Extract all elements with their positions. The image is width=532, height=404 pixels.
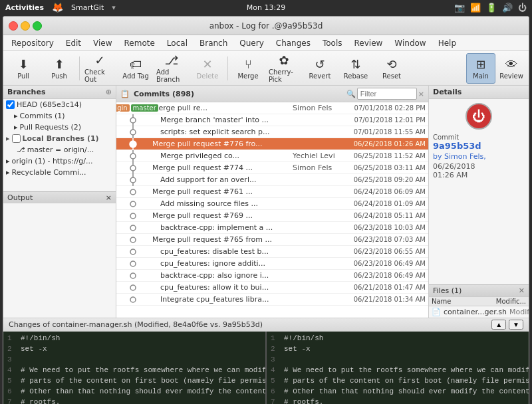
sidebar-recyclable[interactable]: ▸ Recyclable Commi...: [3, 167, 116, 178]
rebase-button[interactable]: ⇅ Rebase: [338, 53, 373, 84]
menu-tools[interactable]: Tools: [317, 37, 348, 49]
review-view-button[interactable]: 👁 Review: [497, 53, 526, 84]
merge-button[interactable]: ⑂ Merge: [231, 53, 265, 84]
table-row[interactable]: cpu_features: allow it to bui... 06/21/2…: [116, 282, 428, 294]
file-icon: 📄: [432, 308, 441, 316]
output-close[interactable]: ×: [106, 193, 112, 202]
toolbar: ⬇ Pull ⬆ Push ✓ Check Out 🏷 Add Tag ⎇ Ad…: [3, 51, 529, 86]
table-row[interactable]: Merge pull request #769 ... 06/24/2018 0…: [116, 210, 428, 222]
activities-btn[interactable]: Activities: [5, 3, 44, 12]
diff-line: 6# Other than that nothing should ever m…: [267, 386, 529, 397]
table-row[interactable]: Merge pull request #774 ... Simon Fels 0…: [116, 162, 428, 174]
menu-changes[interactable]: Changes: [271, 37, 316, 49]
commit-message: cpu_features: allow it to bui...: [150, 283, 293, 292]
commit-message: Add support for an overl...: [150, 175, 293, 184]
revert-button[interactable]: ↺ Revert: [303, 53, 337, 84]
search-clear-icon[interactable]: ×: [418, 90, 424, 98]
menu-help[interactable]: Help: [433, 37, 462, 49]
menu-bar: Repository Edit View Remote Local Branch…: [3, 35, 529, 51]
smartgit-label[interactable]: SmartGit: [71, 3, 104, 12]
commit-graph-cell: [116, 294, 150, 306]
checkout-label: Check Out: [84, 68, 115, 83]
menu-repository[interactable]: Repository: [6, 37, 59, 49]
table-row[interactable]: Integrate cpu_features libra... 06/21/20…: [116, 294, 428, 306]
commit-graph-cell: [116, 126, 150, 138]
addtag-button[interactable]: 🏷 Add Tag: [118, 53, 153, 84]
menu-window[interactable]: Window: [389, 37, 431, 49]
push-button[interactable]: ⬆ Push: [42, 53, 76, 84]
commit-date: 06/23/2018 07:03 AM: [346, 236, 426, 243]
close-button[interactable]: [9, 21, 18, 31]
menu-local[interactable]: Local: [162, 37, 193, 49]
commit-hash[interactable]: 9a95b53d: [433, 141, 525, 151]
diff-next-button[interactable]: ▼: [509, 320, 523, 330]
checkout-button[interactable]: ✓ Check Out: [82, 53, 117, 84]
delete-button[interactable]: ✕ Delete: [190, 53, 225, 84]
svg-point-24: [130, 261, 136, 266]
menu-view[interactable]: View: [88, 37, 117, 49]
commit-graph-cell: [116, 186, 150, 198]
file-list-item[interactable]: 📄 container...ger.sh Modifi...: [429, 306, 529, 318]
branches-options[interactable]: ⊕: [106, 88, 112, 96]
diff-right-panel[interactable]: 1#!/bin/sh 2set -x 3 4# We need to put t…: [267, 332, 529, 404]
svg-point-0: [130, 118, 136, 123]
files-mod-col: Modific...: [496, 298, 526, 305]
menu-query[interactable]: Query: [234, 37, 269, 49]
localbranches-expand-icon: ▸: [6, 134, 10, 143]
pull-button[interactable]: ⬇ Pull: [6, 53, 41, 84]
table-row[interactable]: Add support for an overl... 06/25/2018 0…: [116, 174, 428, 186]
commit-date: 06/23/2018 06:49 AM: [346, 260, 426, 267]
diff-prev-button[interactable]: ▲: [491, 320, 506, 330]
table-row[interactable]: cpu_features: ignore additi... 06/23/201…: [116, 258, 428, 270]
files-col2: ✕: [519, 286, 525, 295]
svg-point-22: [130, 237, 136, 243]
commit-author-link[interactable]: Simon Fels,: [444, 152, 486, 161]
sidebar-master[interactable]: ⎇ master = origin/...: [3, 144, 116, 155]
table-row[interactable]: Add missing source files ... 06/24/2018 …: [116, 198, 428, 210]
main-view-button[interactable]: ⊞ Main: [466, 53, 495, 84]
commit-graph-cell: [116, 150, 150, 162]
revert-label: Revert: [309, 72, 331, 80]
head-checkbox[interactable]: [6, 100, 15, 109]
system-bar-time: Mon 13:29: [247, 3, 285, 12]
reset-button[interactable]: ⟲ Reset: [374, 53, 409, 84]
sidebar-origin[interactable]: ▸ origin (1) - https://g/...: [3, 155, 116, 167]
search-input[interactable]: [357, 88, 417, 100]
table-row[interactable]: backtrace-cpp: implement a ... 06/23/201…: [116, 222, 428, 234]
minimize-button[interactable]: [21, 21, 30, 31]
files-header: Files (1) ✕: [429, 284, 529, 297]
sidebar-commits[interactable]: ▸ Commits (1): [3, 110, 116, 122]
table-row[interactable]: Merge pull request #776 fro... 06/26/201…: [116, 138, 428, 150]
commit-date: 06/25/2018 09:20 AM: [346, 176, 426, 183]
diff-line: 4# We need to put the rootfs somewhere w…: [267, 365, 529, 375]
menu-edit[interactable]: Edit: [61, 37, 86, 49]
sidebar-pullrequests[interactable]: ▸ Pull Requests (2): [3, 122, 116, 133]
diff-line: 3: [267, 354, 529, 365]
commit-date: 06/23/2018 10:03 AM: [346, 224, 426, 231]
sidebar-head[interactable]: HEAD (685e3c14): [3, 99, 116, 110]
table-row[interactable]: Merge pull request #765 from ... 06/23/2…: [116, 234, 428, 246]
menu-review[interactable]: Review: [349, 37, 388, 49]
svg-point-25: [130, 273, 136, 278]
table-row[interactable]: origin master Merge pull re... Simon Fel…: [116, 102, 428, 114]
localbranches-label: Local Branches (1): [23, 134, 99, 143]
commit-message: cpu_features: ignore additi...: [150, 259, 293, 268]
diff-left-panel[interactable]: 1#!/bin/sh 2set -x 3 4# We need to put t…: [3, 332, 267, 404]
table-row[interactable]: Merge privileged co... Yechiel Levi 06/2…: [116, 150, 428, 162]
table-row[interactable]: backtrace-cpp: also ignore i... 06/23/20…: [116, 270, 428, 282]
rebase-icon: ⇅: [350, 57, 360, 71]
details-header: Details: [429, 86, 529, 99]
table-row[interactable]: scripts: set explicit search p... 07/01/…: [116, 126, 428, 138]
localbranches-checkbox[interactable]: [12, 134, 21, 143]
sidebar-localbranches-section[interactable]: ▸ Local Branches (1): [3, 133, 116, 144]
cherrypick-button[interactable]: ✿ Cherry-Pick: [267, 53, 301, 84]
menu-remote[interactable]: Remote: [119, 37, 160, 49]
table-row[interactable]: cpu_features: disable test b... 06/23/20…: [116, 246, 428, 258]
maximize-button[interactable]: [33, 21, 42, 31]
addbranch-button[interactable]: ⎇ Add Branch: [154, 53, 189, 84]
master-icon: ⎇: [17, 146, 25, 154]
window-controls: [9, 21, 42, 31]
table-row[interactable]: Merge branch 'master' into ... 07/01/201…: [116, 114, 428, 126]
menu-branch[interactable]: Branch: [194, 37, 233, 49]
table-row[interactable]: Merge pull request #761 ... 06/24/2018 0…: [116, 186, 428, 198]
